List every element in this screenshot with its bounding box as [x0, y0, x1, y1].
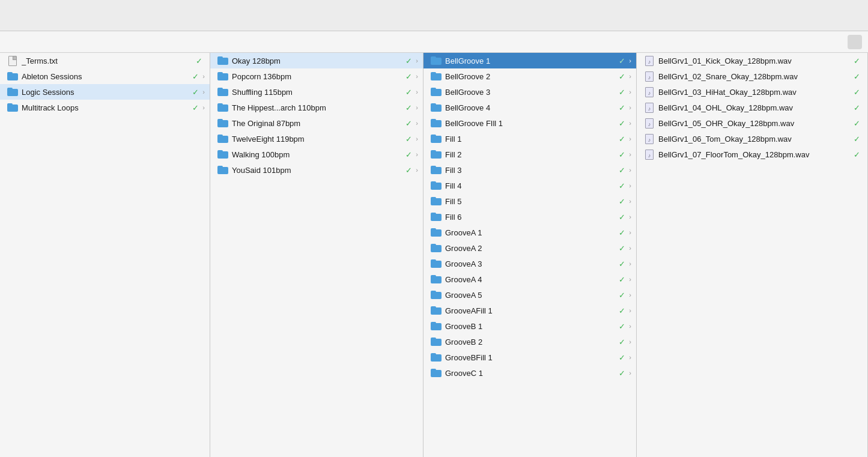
list-item[interactable]: Fill 6✓› [423, 209, 636, 225]
item-name: The Original 87bpm [232, 119, 405, 128]
list-item[interactable]: GrooveC 1✓› [423, 365, 636, 381]
item-name: GrooveAFill 1 [445, 306, 619, 315]
list-item[interactable]: GrooveA 2✓› [423, 240, 636, 256]
check-icon: ✓ [619, 166, 625, 175]
folder-icon [7, 102, 18, 113]
item-name: GrooveA 1 [445, 228, 619, 237]
chevron-right-icon: › [202, 88, 205, 95]
list-item[interactable]: Fill 1✓› [423, 131, 636, 147]
check-icon: ✓ [619, 197, 625, 206]
folder-icon [431, 71, 442, 82]
folder-icon [431, 165, 442, 175]
list-item[interactable]: BellGrv1_04_OHL_Okay_128bpm.wav✓ [637, 100, 867, 115]
list-item[interactable]: BellGrv1_05_OHR_Okay_128bpm.wav✓ [637, 115, 867, 131]
item-name: Okay 128bpm [232, 56, 405, 65]
column-3: BellGroove 1✓›BellGroove 2✓›BellGroove 3… [423, 53, 637, 457]
list-item[interactable]: GrooveA 4✓› [423, 271, 636, 287]
chevron-right-icon: › [202, 73, 205, 80]
list-item[interactable]: BellGrv1_06_Tom_Okay_128bpm.wav✓ [637, 131, 867, 147]
list-item[interactable]: The Original 87bpm✓› [210, 115, 423, 131]
folder-icon [217, 149, 228, 160]
list-item[interactable]: GrooveB 2✓› [423, 334, 636, 350]
list-item[interactable]: BellGroove 3✓› [423, 84, 636, 100]
item-name: BellGroove 2 [445, 72, 619, 81]
folder-icon [217, 71, 228, 82]
item-name: BellGroove 1 [445, 56, 619, 65]
item-name: Ableton Sessions [22, 72, 192, 81]
chevron-right-icon: › [629, 244, 631, 252]
column-4: BellGrv1_01_Kick_Okay_128bpm.wav✓BellGrv… [637, 53, 868, 457]
item-name: The Hippest...arch 110bpm [232, 103, 405, 112]
check-icon: ✓ [854, 103, 860, 112]
list-item[interactable]: Fill 2✓› [423, 147, 636, 162]
columns-container: _Terms.txt✓Ableton Sessions✓›Logic Sessi… [0, 53, 868, 457]
list-item[interactable]: _Terms.txt✓ [0, 53, 210, 68]
list-item[interactable]: Shuffling 115bpm✓› [210, 84, 423, 100]
list-item[interactable]: BellGrv1_03_HiHat_Okay_128bpm.wav✓ [637, 84, 867, 100]
list-item[interactable]: Ableton Sessions✓› [0, 68, 210, 84]
check-icon: ✓ [619, 103, 625, 112]
folder-icon [431, 86, 442, 97]
list-item[interactable]: TwelveEight 119bpm✓› [210, 131, 423, 147]
list-item[interactable]: Popcorn 136bpm✓› [210, 68, 423, 84]
item-name: GrooveA 2 [445, 244, 619, 253]
list-item[interactable]: BellGroove 4✓› [423, 100, 636, 115]
item-name: GrooveC 1 [445, 369, 619, 378]
folder-icon [431, 243, 442, 253]
chevron-right-icon: › [629, 291, 631, 298]
folder-icon [217, 102, 228, 113]
list-item[interactable]: BellGrv1_01_Kick_Okay_128bpm.wav✓ [637, 53, 867, 68]
chevron-right-icon: › [629, 104, 631, 111]
item-name: Fill 1 [445, 135, 619, 144]
list-item[interactable]: BellGrv1_02_Snare_Okay_128bpm.wav✓ [637, 68, 867, 84]
list-item[interactable]: BellGroove FIll 1✓› [423, 115, 636, 131]
audio-file-icon [644, 55, 655, 66]
list-item[interactable]: GrooveA 1✓› [423, 225, 636, 240]
breadcrumb-bar [0, 31, 868, 53]
folder-icon [7, 71, 18, 82]
chevron-right-icon: › [202, 104, 205, 111]
check-icon: ✓ [854, 88, 860, 97]
chevron-right-icon: › [416, 151, 418, 158]
list-item[interactable]: BellGrv1_07_FloorTom_Okay_128bpm.wav✓ [637, 147, 867, 162]
chevron-right-icon: › [629, 307, 631, 314]
list-item[interactable]: Logic Sessions✓› [0, 84, 210, 100]
list-item[interactable]: Fill 3✓› [423, 162, 636, 178]
check-icon: ✓ [192, 72, 199, 81]
item-name: GrooveA 5 [445, 291, 619, 300]
item-name: Fill 2 [445, 150, 619, 159]
check-icon: ✓ [619, 337, 625, 347]
item-name: Multitrack Loops [22, 103, 192, 112]
list-item[interactable]: GrooveA 5✓› [423, 287, 636, 303]
list-item[interactable]: BellGroove 2✓› [423, 68, 636, 84]
add-column-button[interactable] [848, 35, 862, 49]
list-item[interactable]: BellGroove 1✓› [423, 53, 636, 68]
check-icon: ✓ [619, 56, 625, 65]
list-item[interactable]: Okay 128bpm✓› [210, 53, 423, 68]
check-icon: ✓ [405, 72, 412, 81]
folder-icon [431, 368, 442, 378]
list-item[interactable]: Fill 4✓› [423, 178, 636, 193]
list-item[interactable]: Multitrack Loops✓› [0, 100, 210, 115]
list-item[interactable]: GrooveBFill 1✓› [423, 350, 636, 365]
item-name: BellGrv1_01_Kick_Okay_128bpm.wav [658, 56, 854, 65]
folder-icon [431, 180, 442, 191]
list-item[interactable]: The Hippest...arch 110bpm✓› [210, 100, 423, 115]
item-name: YouSaid 101bpm [232, 166, 405, 175]
list-item[interactable]: Walking 100bpm✓› [210, 147, 423, 162]
item-name: Fill 6 [445, 213, 619, 222]
list-item[interactable]: GrooveB 1✓› [423, 318, 636, 334]
check-icon: ✓ [619, 291, 625, 300]
item-name: Fill 3 [445, 166, 619, 175]
list-item[interactable]: GrooveA 3✓› [423, 256, 636, 271]
item-name: BellGrv1_07_FloorTom_Okay_128bpm.wav [658, 150, 854, 159]
list-item[interactable]: YouSaid 101bpm✓› [210, 162, 423, 178]
item-name: BellGrv1_06_Tom_Okay_128bpm.wav [658, 135, 854, 144]
chevron-right-icon: › [629, 354, 631, 361]
folder-icon [431, 258, 442, 269]
check-icon: ✓ [854, 56, 860, 65]
list-item[interactable]: Fill 5✓› [423, 193, 636, 209]
list-item[interactable]: GrooveAFill 1✓› [423, 303, 636, 318]
check-icon: ✓ [854, 135, 860, 144]
check-icon: ✓ [619, 119, 625, 128]
